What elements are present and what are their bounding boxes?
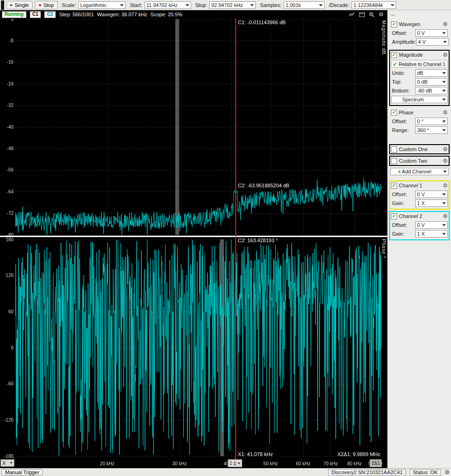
channel1-offset-value: 0 V (417, 192, 425, 197)
start-label: Start: (130, 2, 142, 8)
channel1-gain-label: Gain: (392, 200, 415, 206)
per-decade-select[interactable]: 1.12236484k (352, 1, 396, 9)
channel2-gain-label: Gain: (392, 231, 415, 237)
scale-value: Logarithmic (80, 2, 106, 8)
wavegen-title: Wavegen (399, 21, 420, 27)
add-channel-label: Add Channel (402, 169, 431, 174)
magnitude-gear-icon[interactable]: ⚙ (443, 52, 448, 58)
x-axis-picker[interactable]: X (0, 459, 14, 467)
plot-splitter[interactable] (0, 235, 387, 238)
chevron-down-icon (442, 120, 446, 122)
channel2-badge[interactable]: C2 (44, 11, 56, 18)
relative-to-channel1-toggle[interactable]: ✓ Relative to Channel 1 (391, 60, 448, 68)
add-channel-button[interactable]: +Add Channel (390, 168, 449, 175)
stop-frequency-label: Stop: (195, 2, 207, 8)
bottom-select[interactable]: -80 dB (415, 87, 448, 94)
channel2-group: ✓ Channel 2 ⚙ Offset: 0 V Gain: 1 X (389, 211, 450, 240)
per-decade-label: /Decade: (329, 2, 349, 8)
chevron-down-icon (442, 32, 446, 34)
phase-axis-label: Phase ° (381, 239, 386, 258)
magnitude-mode-select[interactable]: Spectrum (391, 96, 448, 103)
wavegen-offset-select[interactable]: 0 V (415, 29, 448, 37)
wavegen-checkbox[interactable]: ✓ (391, 21, 397, 27)
scope-status-text: Scope: 20.5% (151, 12, 183, 17)
plus-icon: + (398, 169, 401, 174)
channel1-offset-label: Offset: (392, 192, 415, 197)
wavegen-status-text: Wavegen: 38.077 kHz (97, 12, 147, 17)
stop-frequency-select[interactable]: 92.94702 kHz (209, 1, 256, 9)
collapse-sidebar-icon[interactable]: → (389, 11, 395, 18)
magnitude-checkbox[interactable]: ✓ (391, 52, 397, 58)
channel1-gain-select[interactable]: 1 X (415, 199, 448, 207)
single-icon: ▸ (10, 2, 13, 7)
channel1-gear-icon[interactable]: ⚙ (443, 183, 448, 188)
magnitude-title: Magnitude (399, 52, 423, 58)
top-select[interactable]: 0 dB (415, 78, 448, 86)
bottom-label: Bottom: (392, 88, 415, 93)
stop-button[interactable]: ● Stop (35, 1, 58, 9)
device-settings-gear-icon[interactable]: ⚙ (444, 469, 450, 475)
manual-trigger-label: Manual Trigger (5, 469, 39, 475)
scale-select[interactable]: Logarithmic (78, 1, 126, 9)
x1-handle-label: 1 (230, 461, 232, 466)
channel2-gain-value: 1 X (417, 231, 425, 237)
per-decade-value: 1.12236484k (353, 2, 383, 8)
phase-checkbox[interactable]: ✓ (391, 110, 397, 116)
zoom-icon[interactable] (369, 12, 375, 18)
dock-window-icon[interactable] (359, 12, 365, 17)
custom-one-gear-icon[interactable]: ⚙ (443, 146, 448, 152)
samples-label: Samples: (260, 2, 281, 8)
channel2-offset-select[interactable]: 0 V (415, 221, 448, 229)
channel1-checkbox[interactable]: ✓ (391, 183, 397, 189)
custom-one-checkbox[interactable] (391, 146, 397, 152)
chevron-down-icon (442, 81, 446, 83)
plot-settings-gear-icon[interactable]: ⚙ (378, 12, 384, 17)
samples-select[interactable]: 1.001k (284, 1, 325, 9)
status-ok-panel: Status: OK (410, 469, 441, 476)
step-status-text: Step: 566/1001 (59, 12, 94, 17)
wavegen-amplitude-select[interactable]: 4 V (416, 38, 449, 46)
check-icon: ✓ (393, 61, 397, 67)
running-status-badge: Running (2, 11, 27, 18)
channel2-checkbox[interactable]: ✓ (391, 213, 397, 219)
start-frequency-select[interactable]: 11.94702 kHz (145, 1, 191, 9)
samples-value: 1.001k (285, 2, 301, 8)
custom-two-gear-icon[interactable]: ⚙ (443, 158, 448, 164)
chevron-down-icon (238, 463, 240, 464)
channel2-offset-label: Offset: (392, 222, 415, 228)
single-button[interactable]: ▸ Single (7, 1, 33, 9)
x2-cursor-handle[interactable]: 2Δ1 (370, 459, 382, 467)
x1-cursor-handle[interactable]: 1 (228, 459, 243, 467)
phase-group: ✓ Phase ⚙ Offset: 0 ° Range: 360 ° (389, 107, 450, 137)
channel1-offset-select[interactable]: 0 V (415, 191, 448, 198)
wavegen-amplitude-label: Amplitude: (392, 39, 416, 45)
relative-to-channel1-label: Relative to Channel 1 (399, 61, 445, 67)
chevron-down-icon (442, 202, 446, 204)
chevron-down-icon (442, 99, 446, 100)
phase-range-select[interactable]: 360 ° (415, 126, 448, 134)
units-select[interactable]: dB (415, 69, 448, 77)
channel2-gain-select[interactable]: 1 X (415, 230, 448, 238)
magnitude-mode-value: Spectrum (402, 97, 424, 102)
chevron-down-icon (442, 129, 446, 131)
cursor-spinner[interactable] (233, 462, 236, 465)
chevron-down-icon (391, 4, 394, 6)
phase-gear-icon[interactable]: ⚙ (443, 110, 448, 115)
manual-trigger-button[interactable]: Manual Trigger (1, 469, 43, 476)
channel1-badge[interactable]: C1 (30, 11, 41, 18)
export-plot-icon[interactable] (349, 12, 355, 17)
custom-one-group: Custom One ⚙ (389, 144, 450, 154)
wavegen-gear-icon[interactable]: ⚙ (443, 21, 448, 27)
toolbar-grip[interactable] (1, 0, 4, 10)
channel2-gear-icon[interactable]: ⚙ (443, 213, 448, 219)
channel1-gain-value: 1 X (417, 200, 425, 206)
config-sidebar: → ✓ Wavegen ⚙ Offset: 0 V Amplitude: 4 V… (387, 10, 451, 468)
device-status-panel[interactable]: Discovery2 SN:210321AA2C41 (328, 469, 406, 476)
bode-plot-canvas[interactable] (0, 19, 387, 468)
chevron-down-icon (10, 462, 13, 464)
channel2-title: Channel 2 (399, 213, 422, 219)
custom-two-checkbox[interactable] (391, 158, 397, 164)
bottom-status-bar: Manual Trigger Discovery2 SN:210321AA2C4… (0, 468, 451, 476)
wavegen-offset-label: Offset: (392, 30, 415, 36)
phase-offset-select[interactable]: 0 ° (415, 118, 448, 125)
